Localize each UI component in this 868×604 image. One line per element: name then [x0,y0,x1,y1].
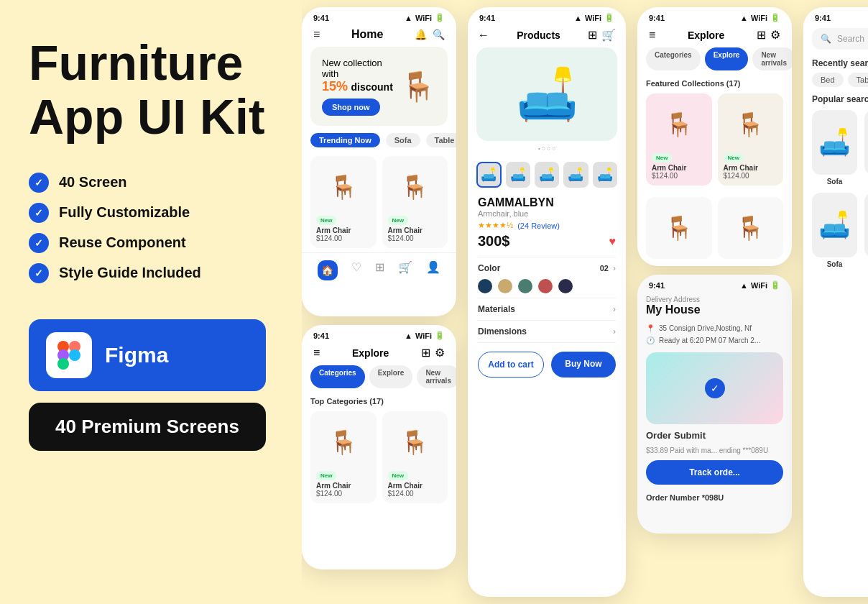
explore2-card-4[interactable]: 🪑 [718,197,784,259]
color-swatch-dark[interactable] [558,279,573,293]
explore-product-card[interactable]: 🪑 New Arm Chair $124.00 [310,411,377,503]
product-card[interactable]: 🪑 New Arm Chair $124.00 [310,156,377,248]
tab-categories[interactable]: Categories [310,365,365,388]
popular-item-2[interactable]: 🪑 S... [864,110,868,186]
home-phone-header: ≡ Home 🔔 🔍 [302,25,456,47]
col2: 9:41 ▲WiFi🔋 ← Products ⊞ 🛒 🛋️ • ○ ○ ○ 🛋️… [468,7,626,597]
tag-bed[interactable]: Bed [812,73,844,87]
explore-header: ≡ Explore ⊞ ⚙ [302,343,456,365]
map-area: ✓ [646,352,783,424]
popular-item-3[interactable]: 🛋️ Sofa [812,193,857,268]
home-phone: 9:41 ▲ WiFi 🔋 ≡ Home 🔔 🔍 New collection … [302,7,456,316]
cart-icon[interactable]: 🛒 [601,28,616,42]
nav-profile[interactable]: 👤 [426,260,440,280]
explore2-card-2[interactable]: 🪑 New Arm Chair $124.00 [718,93,784,186]
explore2-products-grid: 🪑 New Arm Chair $124.00 🪑 New Arm Chair … [637,91,792,188]
hamburger-icon[interactable]: ≡ [313,28,320,41]
thumb-3[interactable]: 🛋️ [535,162,559,188]
tab-new-arrivals[interactable]: New arrivals [417,365,456,388]
order-phone: 9:41 ▲WiFi🔋 Delivery Address My House 📍 … [637,275,792,534]
nav-cart[interactable]: 🛒 [398,260,412,280]
thumb-4[interactable]: 🛋️ [563,162,588,188]
thumbnail-row: 🛋️ 🛋️ 🛋️ 🛋️ 🛋️ [468,156,626,193]
tab-sofa[interactable]: Sofa [386,133,420,147]
featured-collections-label: Featured Collections (17) [637,76,792,91]
premium-badge: 40 Premium Screens [29,403,266,451]
popular-img-1: 🛋️ [812,110,857,175]
add-to-cart-button[interactable]: Add to cart [478,352,544,378]
product-info: GAMMALBYN Armchair, blue ★★★★½ (24 Revie… [468,193,626,255]
clock-icon: 🕐 [646,337,655,344]
shop-now-button[interactable]: Shop now [322,99,380,116]
stars-icon: ★★★★½ [478,221,513,230]
thumb-2[interactable]: 🛋️ [506,162,530,188]
tab-explore[interactable]: Explore [369,365,413,388]
svg-point-4 [69,349,80,361]
explore-product-card-2[interactable]: 🪑 New Arm Chair $124.00 [382,411,448,503]
back-button[interactable]: ← [478,29,489,42]
tab-trending[interactable]: Trending Now [310,133,380,147]
search-icon-2: 🔍 [821,34,831,44]
explore2-card-1[interactable]: 🪑 New Arm Chair $124.00 [646,93,712,186]
tab-explore-2[interactable]: Explore [705,47,749,70]
color-swatch-tan[interactable] [498,279,512,293]
filter-icon-2[interactable]: ⚙ [770,28,780,42]
dimensions-row[interactable]: Dimensions › [468,322,626,341]
status-bar: 9:41 ▲ WiFi 🔋 [302,7,456,25]
settings-icon[interactable]: ⚙ [435,346,445,360]
popular-img-3: 🛋️ [812,193,857,257]
search-status-bar: 9:41 ▲WiFi🔋 [803,7,868,25]
color-swatch-navy[interactable] [478,279,492,293]
figma-badge[interactable]: Figma [29,319,266,391]
product-detail-phone: 9:41 ▲WiFi🔋 ← Products ⊞ 🛒 🛋️ • ○ ○ ○ 🛋️… [468,7,626,597]
col1: 9:41 ▲ WiFi 🔋 ≡ Home 🔔 🔍 New collection … [302,7,456,597]
check-icon: ✓ [29,173,49,193]
search-icon[interactable]: 🔍 [433,29,445,40]
divider-3 [478,320,616,321]
heart-icon[interactable]: ♥ [609,235,617,248]
thumb-1[interactable]: 🛋️ [476,162,502,188]
popular-item-4[interactable]: 🪑 S... [864,193,868,268]
explore2-card-3[interactable]: 🪑 [646,197,712,259]
tab-new-2[interactable]: New arrivals [752,47,792,70]
grid-icon[interactable]: ⊞ [757,28,766,42]
search-bar[interactable]: 🔍 Search [812,28,868,50]
detail-status-bar: 9:41 ▲WiFi🔋 [468,7,626,25]
home-banner: New collection with 15% discount Shop no… [310,47,448,126]
col4: 9:41 ▲WiFi🔋 🔍 Search Recently searched B… [803,7,868,597]
product-card[interactable]: 🪑 New Arm Chair $124.00 [382,156,448,248]
color-swatch-teal[interactable] [518,279,532,293]
hamburger-icon-3[interactable]: ≡ [649,29,655,42]
track-order-button[interactable]: Track orde... [646,460,783,485]
filter-icon[interactable]: ⊞ [421,346,430,360]
review-count[interactable]: (24 Review) [517,221,560,230]
nav-wishlist[interactable]: ♡ [351,260,361,280]
thumb-5[interactable]: 🛋️ [593,162,617,188]
nav-grid[interactable]: ⊞ [375,260,384,280]
popular-item-1[interactable]: 🛋️ Sofa [812,110,857,186]
color-swatch-red[interactable] [538,279,553,293]
resize-icon[interactable]: ⊞ [588,28,597,42]
explore-tabs: Categories Explore New arrivals [302,365,456,394]
tab-table[interactable]: Table [426,133,456,147]
map-check-icon: ✓ [705,378,725,398]
buy-now-button[interactable]: Buy Now [551,352,616,378]
feature-item: ✓ Fully Customizable [29,203,273,223]
pin-icon: 📍 [646,324,655,332]
materials-row[interactable]: Materials › [468,300,626,319]
tab-categories-2[interactable]: Categories [646,47,701,70]
order-submit-label: Order Submit [646,430,783,441]
explore-phone-small: 9:41 ▲WiFi🔋 ≡ Explore ⊞ ⚙ Categories Exp… [302,325,456,569]
right-panel: 9:41 ▲ WiFi 🔋 ≡ Home 🔔 🔍 New collection … [302,0,868,604]
delivery-address: My House [637,303,792,322]
chevron-right-icon-2: › [613,326,616,337]
hamburger-icon-2[interactable]: ≡ [313,347,320,360]
order-status-bar: 9:41 ▲WiFi🔋 [637,275,792,293]
chevron-down-icon[interactable]: › [613,263,616,273]
nav-home[interactable]: 🏠 [318,260,338,280]
feature-item: ✓ 40 Screen [29,173,273,193]
tag-table[interactable]: Table [848,73,868,87]
bell-icon[interactable]: 🔔 [415,29,427,40]
detail-header: ← Products ⊞ 🛒 [468,25,626,47]
product-image: 🪑 [316,162,371,212]
